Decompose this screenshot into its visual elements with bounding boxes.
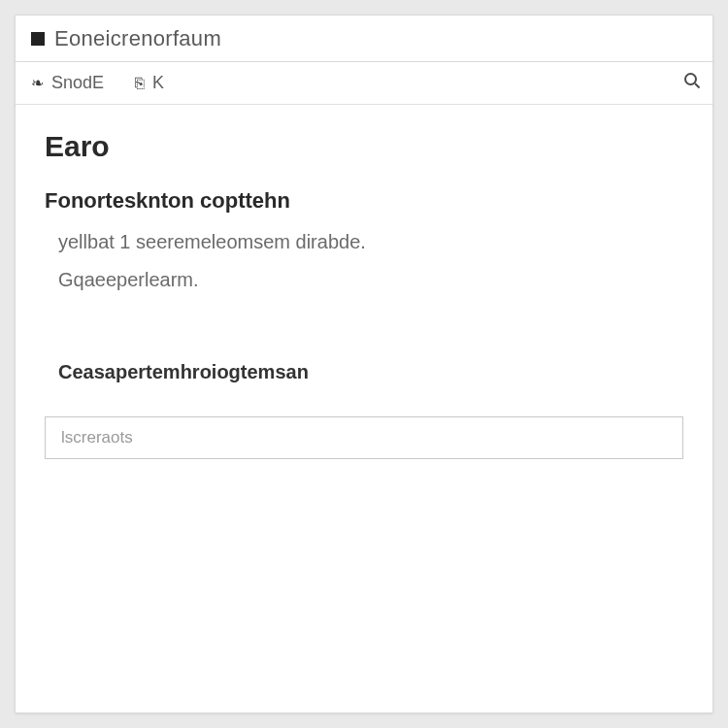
tree-icon: ❧ <box>31 74 44 92</box>
window-icon <box>31 32 45 46</box>
toolbar-item-snode[interactable]: ❧ SnodE <box>27 69 108 97</box>
toolbar: ❧ SnodE ⎘ K <box>16 62 712 105</box>
bookmark-icon: ⎘ <box>135 75 145 92</box>
page-title: Earo <box>45 130 683 163</box>
main-input[interactable] <box>45 416 683 459</box>
svg-line-1 <box>695 83 700 88</box>
section-heading: Fonortesknton copttehn <box>45 188 683 214</box>
toolbar-item-k[interactable]: ⎘ K <box>131 69 168 97</box>
body-text-1: yellbat 1 seeremeleomsem dirabde. <box>58 231 683 253</box>
titlebar: Eoneicrenorfaum <box>16 16 712 62</box>
app-window: Eoneicrenorfaum ❧ SnodE ⎘ K Earo Fonorte… <box>15 15 713 713</box>
toolbar-item-label: SnodE <box>51 73 104 93</box>
toolbar-item-label: K <box>152 73 164 93</box>
svg-point-0 <box>685 74 696 84</box>
body-text-2: Gqaeeperlearm. <box>58 269 683 291</box>
search-icon[interactable] <box>683 72 701 94</box>
field-label: Ceasapertemhroiogtemsan <box>58 361 683 383</box>
content-pane: Earo Fonortesknton copttehn yellbat 1 se… <box>16 105 712 712</box>
window-title: Eoneicrenorfaum <box>54 26 221 51</box>
